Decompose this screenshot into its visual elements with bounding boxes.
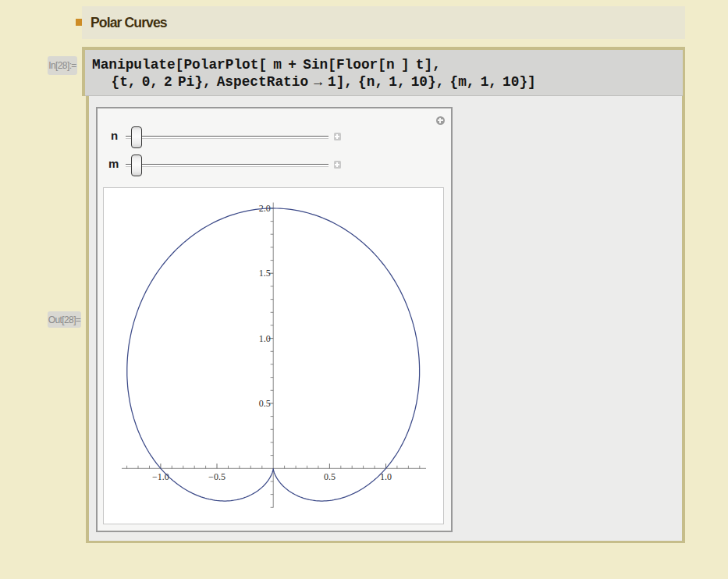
svg-text:−1.0: −1.0 [152, 471, 169, 482]
svg-text:0.5: 0.5 [259, 398, 271, 409]
svg-text:1.0: 1.0 [259, 333, 271, 344]
svg-text:0.5: 0.5 [324, 471, 336, 482]
svg-text:−0.5: −0.5 [208, 471, 226, 482]
svg-text:1.5: 1.5 [259, 268, 271, 279]
